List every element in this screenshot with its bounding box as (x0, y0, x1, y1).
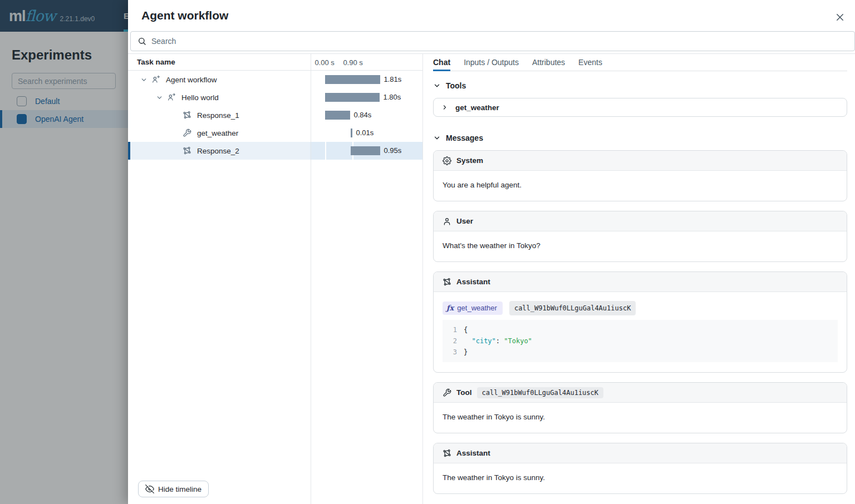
task-label: Hello world (181, 93, 219, 102)
wrench-icon (183, 129, 191, 137)
message-text: You are a helpful agent. (434, 171, 847, 201)
task-label: Response_2 (197, 147, 239, 155)
tree-row-response-1[interactable]: Response_1 0.84s (128, 106, 422, 124)
tree-row-get-weather[interactable]: get_weather 0.01s (128, 124, 422, 142)
span-tree-pane: Task name 0.00 s 0.90 s Agent workflow 1… (128, 54, 423, 504)
trace-modal: Agent workflow Task name 0.00 s 0.90 s (128, 0, 855, 504)
trace-search-row (128, 31, 855, 53)
duration-label: 1.81s (384, 71, 401, 88)
message-card-header: User (434, 211, 847, 231)
tree-indent (167, 124, 183, 142)
timeline-cell: 0.95s (310, 142, 422, 160)
duration-label: 0.95s (384, 142, 401, 160)
message-role: Tool (456, 388, 472, 397)
column-divider (311, 54, 311, 504)
message-role: User (456, 217, 473, 225)
timeline-cell: 1.80s (310, 88, 422, 106)
message-card-assistant: Assistant The weather in Tokyo is sunny. (433, 443, 847, 494)
fx-icon: ƒx (446, 303, 454, 314)
message-card-header: Assistant (434, 272, 847, 292)
tool-call-id: call_W91bWuf0LLguGal4Au1iuscK (509, 301, 636, 315)
gear-icon (443, 156, 451, 165)
chevron-right-icon (441, 104, 448, 111)
span-detail-pane: Chat Inputs / Outputs Attributes Events … (423, 54, 855, 504)
duration-label: 1.80s (383, 88, 401, 106)
modal-title: Agent workflow (141, 9, 228, 22)
tree-row-response-2[interactable]: Response_2 0.95s (128, 142, 422, 160)
chevron-down-icon[interactable] (136, 71, 151, 88)
duration-bar[interactable] (325, 111, 350, 120)
agent-icon (167, 93, 176, 102)
timeline-cell: 0.01s (310, 124, 422, 142)
duration-bar[interactable] (351, 146, 380, 155)
timeline-gridline (325, 142, 326, 160)
detail-tabs: Chat Inputs / Outputs Attributes Events (433, 54, 847, 71)
agent-icon (151, 75, 160, 84)
message-card-user: User What's the weather in Tokyo? (433, 211, 847, 262)
code-text: { (464, 324, 468, 335)
task-label: get_weather (197, 129, 238, 137)
tools-section-header[interactable]: Tools (433, 79, 847, 92)
message-card-tool: Tool call_W91bWuf0LLguGal4Au1iuscK The w… (433, 382, 847, 433)
axis-tick: 0.00 s (315, 58, 334, 66)
duration-bar[interactable] (325, 75, 380, 84)
task-name-column-header: Task name (128, 54, 310, 70)
axis-tick: 0.90 s (343, 58, 362, 66)
code-text: "city": "Tokyo" (464, 335, 532, 347)
user-icon (443, 217, 451, 226)
duration-label: 0.01s (356, 124, 374, 142)
message-text: The weather in Tokyo is sunny. (434, 463, 847, 493)
message-card-system: System You are a helpful agent. (433, 150, 847, 201)
close-icon[interactable] (833, 10, 847, 24)
eye-off-icon (145, 485, 154, 493)
hide-timeline-button[interactable]: Hide timeline (138, 481, 209, 497)
tree-row-hello-world[interactable]: Hello world 1.80s (128, 88, 422, 106)
tab-inputs-outputs[interactable]: Inputs / Outputs (464, 54, 519, 71)
tool-call-id: call_W91bWuf0LLguGal4Au1iuscK (477, 387, 604, 398)
timeline-cell: 1.81s (310, 71, 422, 88)
model-icon (183, 111, 191, 120)
message-role: Assistant (456, 449, 490, 457)
messages-section-title: Messages (446, 134, 483, 142)
chevron-down-icon (433, 82, 441, 90)
tool-name-label: get_weather (455, 103, 499, 112)
message-role: System (456, 156, 483, 165)
duration-label: 0.84s (353, 106, 371, 124)
tool-definition-get-weather[interactable]: get_weather (433, 98, 847, 117)
model-icon (443, 278, 451, 286)
duration-bar[interactable] (351, 129, 352, 137)
tab-chat[interactable]: Chat (433, 54, 450, 71)
chevron-down-icon (433, 134, 441, 142)
tab-attributes[interactable]: Attributes (532, 54, 565, 71)
line-number: 3 (443, 347, 457, 358)
message-card-header: Tool call_W91bWuf0LLguGal4Au1iuscK (434, 383, 847, 403)
message-card-assistant-tool-call: Assistant ƒx get_weather call_W91bWuf0LL… (433, 271, 847, 373)
timeline-axis: 0.00 s 0.90 s (310, 54, 422, 70)
trace-search-input[interactable] (151, 37, 848, 46)
function-tag: ƒx get_weather (443, 302, 503, 315)
tab-events[interactable]: Events (578, 54, 602, 71)
timeline-cell: 0.84s (310, 106, 422, 124)
model-icon (443, 449, 451, 458)
task-label: Agent workflow (166, 76, 217, 84)
line-number: 1 (443, 324, 457, 335)
tool-call-arguments-code: 1 { 2 "city": "Tokyo" 3 } (443, 320, 838, 362)
tree-row-agent-workflow[interactable]: Agent workflow 1.81s (128, 71, 422, 88)
message-role: Assistant (456, 278, 490, 286)
hide-timeline-label: Hide timeline (158, 485, 202, 493)
tree-indent (167, 106, 183, 124)
duration-bar[interactable] (325, 93, 380, 102)
line-number: 2 (443, 335, 457, 347)
message-card-header: System (434, 151, 847, 171)
function-name: get_weather (457, 303, 497, 314)
message-text: The weather in Tokyo is sunny. (434, 403, 847, 433)
wrench-icon (443, 388, 451, 397)
messages-section-header[interactable]: Messages (433, 131, 847, 145)
tools-section-title: Tools (446, 81, 466, 90)
chevron-down-icon[interactable] (151, 88, 167, 106)
search-icon (137, 37, 146, 46)
message-text: What's the weather in Tokyo? (434, 231, 847, 261)
message-card-header: Assistant (434, 443, 847, 463)
model-icon (183, 146, 191, 155)
modal-header: Agent workflow (128, 0, 855, 31)
